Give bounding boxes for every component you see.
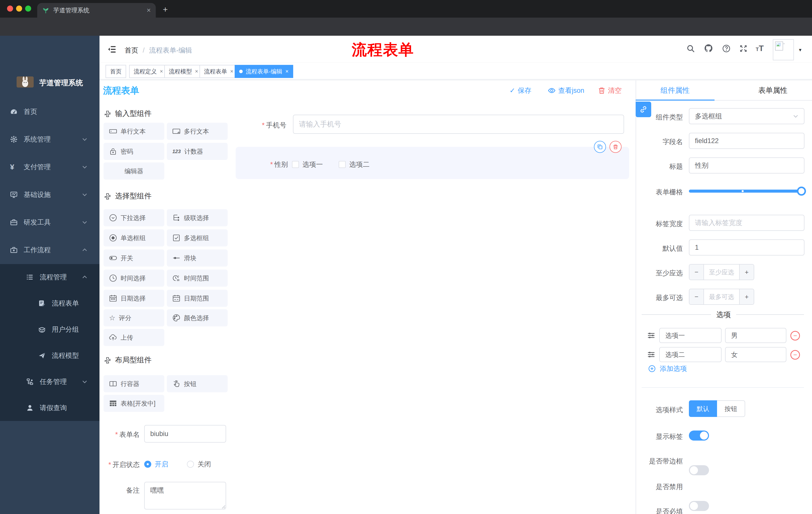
- component-color-picker[interactable]: 颜色选择: [167, 309, 228, 326]
- new-tab-button[interactable]: +: [163, 4, 168, 14]
- component-table-dev[interactable]: 表格[开发中]: [104, 395, 164, 412]
- component-textarea[interactable]: 多行文本: [167, 123, 228, 140]
- slider-handle[interactable]: [797, 187, 806, 196]
- browser-tab[interactable]: 芋道管理系统 ×: [37, 3, 156, 18]
- sidebar-item-process-mgmt[interactable]: 流程管理: [0, 264, 99, 290]
- save-button[interactable]: ✓ 保存: [510, 86, 531, 95]
- disabled-switch[interactable]: [689, 501, 709, 511]
- tag-process-definition[interactable]: 流程定义 ×: [129, 65, 168, 78]
- sidebar-item-system[interactable]: 系统管理: [0, 126, 99, 153]
- tab-form-props[interactable]: 表单属性: [734, 80, 812, 101]
- form-remark-textarea[interactable]: 嘿嘿: [144, 482, 226, 510]
- option2-label-input[interactable]: [659, 347, 722, 362]
- fullscreen-icon[interactable]: [739, 44, 748, 53]
- drag-handle-icon[interactable]: [647, 351, 655, 359]
- textarea-resize-handle[interactable]: [222, 505, 226, 509]
- component-editor[interactable]: 编辑器: [104, 162, 164, 180]
- component-counter[interactable]: 123 计数器: [167, 143, 228, 160]
- tag-process-model[interactable]: 流程模型 ×: [164, 65, 203, 78]
- component-cascader[interactable]: 级联选择: [167, 209, 228, 226]
- required-asterisk: *: [262, 121, 265, 129]
- tag-process-form-edit[interactable]: 流程表单-编辑 ×: [235, 65, 293, 78]
- status-radio-off[interactable]: 关闭: [187, 460, 211, 469]
- sidebar-item-devtools[interactable]: 研发工具: [0, 209, 99, 235]
- tag-close-icon[interactable]: ×: [160, 68, 163, 75]
- tag-home[interactable]: 首页: [106, 65, 126, 78]
- stepper-increase-button[interactable]: +: [739, 265, 754, 280]
- option1-value-input[interactable]: [725, 328, 786, 343]
- avatar-caret-icon[interactable]: ▾: [799, 47, 802, 53]
- component-row-container[interactable]: 行容器: [104, 375, 164, 392]
- font-size-icon[interactable]: TT: [756, 44, 764, 53]
- github-icon[interactable]: [704, 44, 713, 53]
- component-checkbox-group[interactable]: 多选框组: [167, 229, 228, 246]
- remove-option2-button[interactable]: −: [790, 350, 800, 360]
- sidebar-item-task-mgmt[interactable]: 任务管理: [0, 369, 99, 395]
- window-zoom-button[interactable]: [25, 5, 31, 11]
- component-rate[interactable]: ☆ 评分: [104, 309, 164, 326]
- component-upload[interactable]: 上传: [104, 329, 164, 346]
- tab-close-icon[interactable]: ×: [147, 6, 151, 14]
- sidebar-item-workflow[interactable]: 工作流程: [0, 237, 99, 263]
- status-radio-on[interactable]: 开启: [144, 460, 168, 469]
- phone-field-input[interactable]: [293, 115, 624, 134]
- label-width-input[interactable]: [689, 215, 805, 231]
- style-button-button[interactable]: 按钮: [717, 400, 745, 417]
- gender-checkbox-option2[interactable]: 选项二: [339, 160, 370, 169]
- help-icon[interactable]: [722, 44, 731, 53]
- field-name-input[interactable]: [689, 133, 805, 149]
- style-default-button[interactable]: 默认: [689, 400, 717, 417]
- component-slider[interactable]: 滑块: [167, 249, 228, 267]
- sidebar-item-payment[interactable]: ¥ 支付管理: [0, 154, 99, 180]
- delete-component-button[interactable]: [609, 141, 621, 153]
- stepper-decrease-button[interactable]: −: [689, 265, 704, 280]
- component-switch[interactable]: 开关: [104, 249, 164, 267]
- component-single-text[interactable]: 单行文本: [104, 123, 164, 140]
- remove-option1-button[interactable]: −: [790, 331, 800, 341]
- stepper-decrease-button[interactable]: −: [689, 289, 704, 304]
- component-button[interactable]: 按钮: [167, 375, 228, 392]
- component-time-range[interactable]: 时间范围: [167, 270, 228, 287]
- show-label-switch[interactable]: [689, 431, 709, 440]
- hamburger-icon[interactable]: [108, 45, 117, 54]
- view-json-button[interactable]: 查看json: [548, 86, 584, 95]
- avatar[interactable]: [773, 39, 794, 60]
- drag-handle-icon[interactable]: [647, 331, 655, 340]
- stepper-increase-button[interactable]: +: [739, 289, 754, 304]
- title-input[interactable]: [689, 157, 805, 173]
- window-minimize-button[interactable]: [16, 5, 22, 11]
- tag-process-form[interactable]: 流程表单 ×: [200, 65, 238, 78]
- clear-button[interactable]: 清空: [598, 86, 621, 95]
- sidebar-item-process-model[interactable]: 流程模型: [0, 343, 99, 369]
- default-value-input[interactable]: [689, 239, 805, 255]
- component-type-select[interactable]: 多选框组: [689, 108, 805, 124]
- with-border-switch[interactable]: [689, 465, 709, 475]
- sidebar-item-process-form[interactable]: 流程表单: [0, 290, 99, 316]
- component-time-picker[interactable]: 时间选择: [104, 270, 164, 287]
- component-date-picker[interactable]: 日期选择: [104, 290, 164, 307]
- option1-label-input[interactable]: [659, 328, 722, 343]
- option2-value-input[interactable]: [725, 347, 786, 362]
- tag-close-icon[interactable]: ×: [285, 68, 289, 75]
- sidebar-item-leave-query[interactable]: 请假查询: [0, 395, 99, 421]
- tag-close-icon[interactable]: ×: [195, 68, 198, 75]
- component-radio-group[interactable]: 单选框组: [104, 229, 164, 246]
- window-close-button[interactable]: [7, 5, 13, 11]
- sidebar-item-home[interactable]: 首页: [0, 99, 99, 125]
- tag-close-icon[interactable]: ×: [230, 68, 233, 75]
- add-option-button[interactable]: 添加选项: [648, 364, 687, 373]
- stepper-input[interactable]: 至少应选: [704, 265, 739, 280]
- grid-slider-track[interactable]: [689, 190, 805, 193]
- search-icon[interactable]: [686, 44, 695, 53]
- tab-component-props[interactable]: 组件属性: [636, 80, 715, 101]
- stepper-input[interactable]: 最多可选: [704, 289, 739, 304]
- gender-checkbox-option1[interactable]: 选项一: [292, 160, 323, 169]
- sidebar-item-infrastructure[interactable]: 基础设施: [0, 182, 99, 208]
- component-date-range[interactable]: 日期范围: [167, 290, 228, 307]
- sidebar-item-user-group[interactable]: 用户分组: [0, 316, 99, 343]
- copy-component-button[interactable]: [594, 141, 606, 153]
- component-select[interactable]: 下拉选择: [104, 209, 164, 226]
- form-name-input[interactable]: [144, 425, 226, 442]
- component-password[interactable]: 密码: [104, 143, 164, 160]
- breadcrumb-home[interactable]: 首页: [125, 46, 138, 55]
